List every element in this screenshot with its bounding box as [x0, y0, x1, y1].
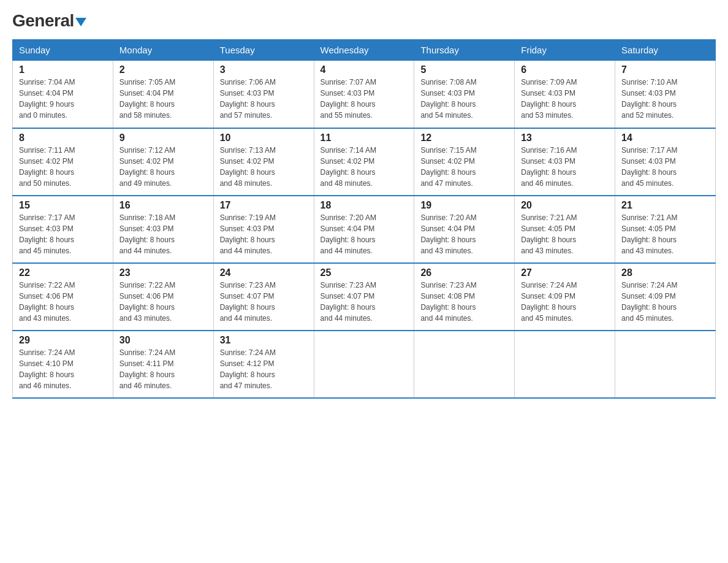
calendar-day-cell: 23 Sunrise: 7:22 AMSunset: 4:06 PMDaylig… — [113, 263, 213, 331]
calendar-day-cell: 26 Sunrise: 7:23 AMSunset: 4:08 PMDaylig… — [414, 263, 515, 331]
day-info: Sunrise: 7:06 AMSunset: 4:03 PMDaylight:… — [220, 78, 276, 120]
calendar-week-row: 15 Sunrise: 7:17 AMSunset: 4:03 PMDaylig… — [13, 196, 716, 263]
col-friday: Friday — [515, 40, 615, 61]
day-number: 21 — [621, 200, 709, 211]
day-number: 25 — [320, 267, 408, 278]
col-thursday: Thursday — [414, 40, 515, 61]
day-info: Sunrise: 7:13 AMSunset: 4:02 PMDaylight:… — [220, 146, 276, 188]
calendar-day-cell: 14 Sunrise: 7:17 AMSunset: 4:03 PMDaylig… — [615, 128, 716, 196]
day-number: 15 — [19, 200, 107, 211]
col-tuesday: Tuesday — [213, 40, 314, 61]
day-number: 30 — [119, 335, 207, 346]
calendar-table: Sunday Monday Tuesday Wednesday Thursday… — [12, 39, 716, 399]
calendar-week-row: 22 Sunrise: 7:22 AMSunset: 4:06 PMDaylig… — [13, 263, 716, 331]
calendar-day-cell: 21 Sunrise: 7:21 AMSunset: 4:05 PMDaylig… — [615, 196, 716, 263]
day-info: Sunrise: 7:15 AMSunset: 4:02 PMDaylight:… — [420, 146, 476, 188]
calendar-day-cell: 20 Sunrise: 7:21 AMSunset: 4:05 PMDaylig… — [515, 196, 615, 263]
header: General — [12, 12, 716, 29]
calendar-day-cell — [414, 331, 515, 398]
day-number: 22 — [19, 267, 107, 278]
day-number: 17 — [220, 200, 308, 211]
calendar-week-row: 1 Sunrise: 7:04 AMSunset: 4:04 PMDayligh… — [13, 61, 716, 128]
day-number: 3 — [220, 64, 308, 75]
calendar-day-cell: 22 Sunrise: 7:22 AMSunset: 4:06 PMDaylig… — [13, 263, 113, 331]
day-number: 29 — [19, 335, 107, 346]
day-info: Sunrise: 7:22 AMSunset: 4:06 PMDaylight:… — [19, 281, 75, 323]
day-info: Sunrise: 7:12 AMSunset: 4:02 PMDaylight:… — [119, 146, 175, 188]
calendar-day-cell: 18 Sunrise: 7:20 AMSunset: 4:04 PMDaylig… — [314, 196, 414, 263]
day-info: Sunrise: 7:08 AMSunset: 4:03 PMDaylight:… — [420, 78, 476, 120]
day-info: Sunrise: 7:22 AMSunset: 4:06 PMDaylight:… — [119, 281, 175, 323]
day-info: Sunrise: 7:14 AMSunset: 4:02 PMDaylight:… — [320, 146, 376, 188]
day-number: 2 — [119, 64, 207, 75]
calendar-day-cell: 6 Sunrise: 7:09 AMSunset: 4:03 PMDayligh… — [515, 61, 615, 128]
day-number: 12 — [420, 132, 508, 144]
day-info: Sunrise: 7:10 AMSunset: 4:03 PMDaylight:… — [621, 78, 677, 120]
day-number: 26 — [420, 267, 508, 278]
day-info: Sunrise: 7:24 AMSunset: 4:10 PMDaylight:… — [19, 348, 75, 390]
day-info: Sunrise: 7:19 AMSunset: 4:03 PMDaylight:… — [220, 213, 276, 255]
logo-general-text: General — [12, 12, 86, 29]
calendar-day-cell: 27 Sunrise: 7:24 AMSunset: 4:09 PMDaylig… — [515, 263, 615, 331]
day-number: 14 — [621, 132, 709, 144]
day-number: 11 — [320, 132, 408, 144]
day-info: Sunrise: 7:24 AMSunset: 4:09 PMDaylight:… — [521, 281, 577, 323]
calendar-day-cell: 3 Sunrise: 7:06 AMSunset: 4:03 PMDayligh… — [213, 61, 314, 128]
day-info: Sunrise: 7:17 AMSunset: 4:03 PMDaylight:… — [621, 146, 677, 188]
day-number: 4 — [320, 64, 408, 75]
col-sunday: Sunday — [13, 40, 113, 61]
calendar-day-cell: 10 Sunrise: 7:13 AMSunset: 4:02 PMDaylig… — [213, 128, 314, 196]
day-number: 23 — [119, 267, 207, 278]
day-info: Sunrise: 7:23 AMSunset: 4:08 PMDaylight:… — [420, 281, 476, 323]
day-number: 6 — [521, 64, 609, 75]
calendar-week-row: 8 Sunrise: 7:11 AMSunset: 4:02 PMDayligh… — [13, 128, 716, 196]
day-number: 27 — [521, 267, 609, 278]
day-number: 1 — [19, 64, 107, 75]
calendar-day-cell: 17 Sunrise: 7:19 AMSunset: 4:03 PMDaylig… — [213, 196, 314, 263]
calendar-day-cell: 2 Sunrise: 7:05 AMSunset: 4:04 PMDayligh… — [113, 61, 213, 128]
calendar-day-cell: 28 Sunrise: 7:24 AMSunset: 4:09 PMDaylig… — [615, 263, 716, 331]
day-info: Sunrise: 7:20 AMSunset: 4:04 PMDaylight:… — [320, 213, 376, 255]
calendar-day-cell: 1 Sunrise: 7:04 AMSunset: 4:04 PMDayligh… — [13, 61, 113, 128]
day-number: 13 — [521, 132, 609, 144]
day-info: Sunrise: 7:18 AMSunset: 4:03 PMDaylight:… — [119, 213, 175, 255]
day-info: Sunrise: 7:09 AMSunset: 4:03 PMDaylight:… — [521, 78, 577, 120]
day-number: 8 — [19, 132, 107, 144]
day-number: 16 — [119, 200, 207, 211]
day-number: 5 — [420, 64, 508, 75]
calendar-day-cell: 15 Sunrise: 7:17 AMSunset: 4:03 PMDaylig… — [13, 196, 113, 263]
day-number: 18 — [320, 200, 408, 211]
day-number: 19 — [420, 200, 508, 211]
calendar-day-cell: 5 Sunrise: 7:08 AMSunset: 4:03 PMDayligh… — [414, 61, 515, 128]
day-info: Sunrise: 7:17 AMSunset: 4:03 PMDaylight:… — [19, 213, 75, 255]
col-monday: Monday — [113, 40, 213, 61]
calendar-day-cell: 19 Sunrise: 7:20 AMSunset: 4:04 PMDaylig… — [414, 196, 515, 263]
day-info: Sunrise: 7:11 AMSunset: 4:02 PMDaylight:… — [19, 146, 75, 188]
calendar-day-cell: 16 Sunrise: 7:18 AMSunset: 4:03 PMDaylig… — [113, 196, 213, 263]
day-info: Sunrise: 7:05 AMSunset: 4:04 PMDaylight:… — [119, 78, 175, 120]
calendar-day-cell — [615, 331, 716, 398]
calendar-header-row: Sunday Monday Tuesday Wednesday Thursday… — [13, 40, 716, 61]
day-info: Sunrise: 7:04 AMSunset: 4:04 PMDaylight:… — [19, 78, 75, 120]
calendar-day-cell: 29 Sunrise: 7:24 AMSunset: 4:10 PMDaylig… — [13, 331, 113, 398]
calendar-day-cell — [314, 331, 414, 398]
day-info: Sunrise: 7:24 AMSunset: 4:12 PMDaylight:… — [220, 348, 276, 390]
day-info: Sunrise: 7:21 AMSunset: 4:05 PMDaylight:… — [521, 213, 577, 255]
day-number: 24 — [220, 267, 308, 278]
calendar-day-cell: 12 Sunrise: 7:15 AMSunset: 4:02 PMDaylig… — [414, 128, 515, 196]
calendar-day-cell: 24 Sunrise: 7:23 AMSunset: 4:07 PMDaylig… — [213, 263, 314, 331]
day-number: 20 — [521, 200, 609, 211]
day-info: Sunrise: 7:24 AMSunset: 4:11 PMDaylight:… — [119, 348, 175, 390]
day-number: 7 — [621, 64, 709, 75]
logo: General — [12, 12, 86, 29]
calendar-day-cell: 11 Sunrise: 7:14 AMSunset: 4:02 PMDaylig… — [314, 128, 414, 196]
calendar-day-cell: 31 Sunrise: 7:24 AMSunset: 4:12 PMDaylig… — [213, 331, 314, 398]
calendar-day-cell: 7 Sunrise: 7:10 AMSunset: 4:03 PMDayligh… — [615, 61, 716, 128]
day-number: 9 — [119, 132, 207, 144]
day-info: Sunrise: 7:16 AMSunset: 4:03 PMDaylight:… — [521, 146, 577, 188]
day-info: Sunrise: 7:07 AMSunset: 4:03 PMDaylight:… — [320, 78, 376, 120]
day-info: Sunrise: 7:23 AMSunset: 4:07 PMDaylight:… — [220, 281, 276, 323]
day-info: Sunrise: 7:24 AMSunset: 4:09 PMDaylight:… — [621, 281, 677, 323]
day-info: Sunrise: 7:21 AMSunset: 4:05 PMDaylight:… — [621, 213, 677, 255]
calendar-week-row: 29 Sunrise: 7:24 AMSunset: 4:10 PMDaylig… — [13, 331, 716, 398]
